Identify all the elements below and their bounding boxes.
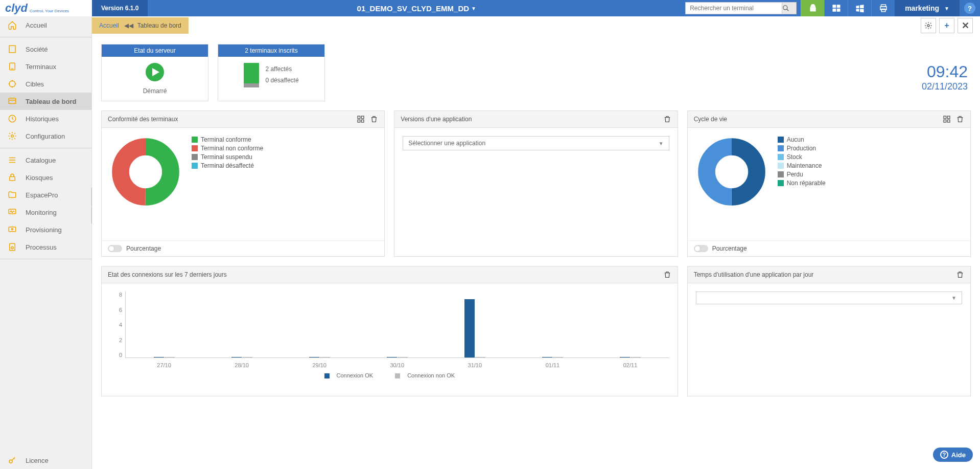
user-menu[interactable]: marketing ▼ <box>895 0 960 16</box>
sidebar-item-label: Monitoring <box>26 209 57 216</box>
connections-legend: Connexion OK Connexion non OK <box>110 372 669 378</box>
svg-rect-6 <box>832 9 836 12</box>
breadcrumb-back-icon[interactable]: ◀◀ <box>124 22 133 29</box>
app-select[interactable]: Sélectionner une application ▼ <box>403 136 669 150</box>
svg-point-2 <box>811 6 812 6</box>
terminals-status-card: 2 terminaux inscrits 2 affectés 0 désaff… <box>218 44 325 101</box>
sidebar-item-company[interactable]: Société <box>0 40 91 58</box>
help-button[interactable]: ? <box>960 0 980 16</box>
trash-icon[interactable] <box>370 115 378 123</box>
trash-icon[interactable] <box>663 271 671 279</box>
sidebar-item-label: Provisioning <box>26 226 62 234</box>
sidebar-item-terminals[interactable]: Terminaux <box>0 58 91 75</box>
svg-rect-51 <box>944 120 946 122</box>
svg-rect-11 <box>9 46 15 53</box>
sidebar-item-provisioning[interactable]: Provisioning <box>0 221 91 238</box>
help-icon: ? <box>964 3 975 14</box>
target-icon <box>7 79 17 89</box>
sidebar-item-history[interactable]: Historiques <box>0 110 91 127</box>
y-tick: 4 <box>110 322 122 328</box>
sidebar-item-label: Historiques <box>26 115 59 123</box>
search-input[interactable] <box>685 2 782 14</box>
card-header: 2 terminaux inscrits <box>218 44 324 57</box>
search-button[interactable] <box>782 2 797 14</box>
windows-legacy-button[interactable] <box>848 0 871 16</box>
breadcrumb-home[interactable]: Accueil <box>99 22 119 29</box>
widget-connections: Etat des connexions sur les 7 derniers j… <box>101 266 678 396</box>
android-button[interactable] <box>801 0 824 16</box>
windows-button[interactable] <box>824 0 848 16</box>
windows-legacy-icon <box>855 4 865 13</box>
percentage-toggle[interactable] <box>694 245 708 252</box>
select-placeholder: Sélectionner une application <box>408 140 485 147</box>
mini-bar-chart <box>244 63 259 87</box>
search-box <box>685 0 797 16</box>
compliance-donut-chart <box>110 136 181 208</box>
legend-label: Aucun <box>787 136 804 143</box>
monitor-icon <box>7 207 17 217</box>
history-icon <box>7 114 17 124</box>
lock-icon <box>7 172 17 183</box>
page-toolbar: + ✕ <box>921 18 980 33</box>
windows-icon <box>832 4 841 13</box>
help-fab[interactable]: ? Aide <box>933 448 973 462</box>
svg-rect-50 <box>947 116 950 119</box>
grid-icon[interactable] <box>943 115 951 123</box>
y-tick: 8 <box>110 292 122 298</box>
grid-icon[interactable] <box>357 115 365 123</box>
add-button[interactable]: + <box>939 18 954 33</box>
sidebar-item-config[interactable]: Configuration <box>0 127 91 145</box>
toggle-label: Pourcentage <box>712 245 747 252</box>
unaffected-count: 0 désaffecté <box>265 75 298 86</box>
legend-label: Terminal non conforme <box>201 145 263 152</box>
sidebar-item-catalog[interactable]: Catalogue <box>0 151 91 169</box>
sidebar-item-process[interactable]: Processus <box>0 238 91 256</box>
sidebar-item-label: Société <box>26 46 48 53</box>
lifecycle-donut-chart <box>696 136 767 208</box>
logo[interactable]: clyd ControL Your Devices <box>0 0 92 16</box>
legend-label: Connexion OK <box>337 372 374 378</box>
close-button[interactable]: ✕ <box>958 18 973 33</box>
svg-rect-49 <box>944 116 946 119</box>
key-icon <box>7 455 17 465</box>
trash-icon[interactable] <box>956 115 964 123</box>
widget-title: Etat des connexions sur les 7 derniers j… <box>108 271 227 278</box>
sidebar-item-license[interactable]: Licence <box>0 452 91 469</box>
svg-rect-7 <box>836 9 840 12</box>
x-tick: 31/10 <box>468 362 482 368</box>
usage-app-select[interactable]: ▼ <box>696 292 962 304</box>
sidebar-item-dashboard[interactable]: Tableau de bord <box>0 93 91 110</box>
sidebar-item-home[interactable]: Accueil <box>0 16 91 34</box>
sidebar-item-label: Catalogue <box>26 157 56 164</box>
sidebar-item-label: Cibles <box>26 80 44 88</box>
svg-point-41 <box>9 460 12 463</box>
home-icon <box>7 20 17 30</box>
sidebar-item-kiosks[interactable]: Kiosques <box>0 169 91 186</box>
trash-icon[interactable] <box>956 271 964 279</box>
topbar: clyd ControL Your Devices Version 6.1.0 … <box>0 0 980 16</box>
trash-icon[interactable] <box>663 115 671 123</box>
svg-point-42 <box>927 25 929 27</box>
svg-rect-4 <box>832 5 836 8</box>
android-icon <box>808 4 818 13</box>
printer-icon <box>879 4 888 13</box>
sidebar: Accueil Société Terminaux Cibles Tableau… <box>0 16 92 469</box>
legend-label: Maintenance <box>787 162 822 169</box>
y-tick: 2 <box>110 337 122 343</box>
device-icon <box>7 61 17 72</box>
percentage-toggle[interactable] <box>108 245 122 252</box>
sidebar-item-espacepro[interactable]: EspacePro <box>0 186 91 204</box>
svg-rect-28 <box>9 98 16 104</box>
settings-button[interactable] <box>921 18 936 33</box>
y-tick: 0 <box>110 352 122 358</box>
svg-point-31 <box>11 135 14 138</box>
context-selector[interactable]: 01_DEMO_SV_CLYD_EMM_DD ▼ <box>148 0 685 16</box>
sidebar-item-targets[interactable]: Cibles <box>0 75 91 93</box>
sidebar-item-monitoring[interactable]: Monitoring <box>0 204 91 221</box>
svg-rect-43 <box>358 116 360 119</box>
server-status-label: Démarré <box>143 87 167 95</box>
svg-point-23 <box>9 81 15 87</box>
sidebar-item-label: Processus <box>26 243 57 251</box>
print-button[interactable] <box>871 0 895 16</box>
legend-label: Non réparable <box>787 180 826 187</box>
